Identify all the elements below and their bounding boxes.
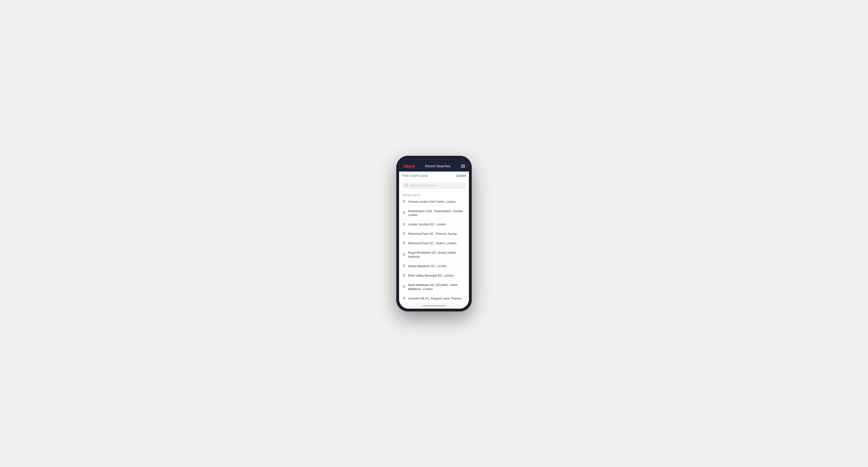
- phone-device: clippd Recent Searches Find a Golf Cours…: [396, 156, 472, 311]
- course-name: Roehampton Club - Roehampton, Greater Lo…: [408, 209, 466, 217]
- location-pin-icon: [402, 274, 406, 278]
- location-pin-icon: [402, 264, 406, 268]
- location-pin-icon: [402, 253, 406, 257]
- home-bar: [422, 305, 446, 306]
- find-label: Find a Golf Course: [402, 174, 428, 178]
- location-pin-icon: [402, 285, 406, 289]
- location-pin-icon: [402, 232, 406, 236]
- location-pin-icon: [402, 200, 406, 204]
- app-header: clippd Recent Searches: [399, 161, 469, 172]
- app-content: Find a Golf Course Cancel Search Golf Co…: [399, 172, 469, 303]
- search-input[interactable]: Search Golf Course: [409, 184, 436, 187]
- svg-line-1: [407, 185, 408, 186]
- menu-icon[interactable]: [461, 165, 465, 167]
- search-box[interactable]: Search Golf Course: [402, 182, 466, 189]
- phone-screen: clippd Recent Searches Find a Golf Cours…: [399, 159, 469, 309]
- location-pin-icon: [402, 211, 406, 215]
- search-icon: [405, 184, 408, 187]
- status-bar: [399, 159, 469, 161]
- location-pin-icon: [402, 297, 406, 301]
- nearby-label: Nearby courses: [399, 192, 469, 197]
- course-name: Brent Valley Municipal GC, London: [408, 274, 454, 278]
- header-title: Recent Searches: [425, 164, 450, 168]
- course-item[interactable]: Royal Wimbledon GC, Great London Authori…: [399, 248, 469, 262]
- course-item[interactable]: London Scottish GC, London: [399, 220, 469, 229]
- course-item[interactable]: Brent Valley Municipal GC, London: [399, 271, 469, 281]
- course-item[interactable]: North Middlesex GC (1011942 - North Midd…: [399, 281, 469, 294]
- course-name: North Middlesex GC (1011942 - North Midd…: [408, 283, 466, 291]
- course-item[interactable]: Richmond Park GC - Duke's, London: [399, 239, 469, 248]
- location-pin-icon: [402, 222, 406, 226]
- location-pin-icon: [402, 241, 406, 245]
- course-item[interactable]: Roehampton Club - Roehampton, Greater Lo…: [399, 207, 469, 220]
- home-indicator: [399, 303, 469, 309]
- find-bar: Find a Golf Course Cancel: [399, 172, 469, 180]
- course-item[interactable]: Coombe Hill GC, Kingston upon Thames: [399, 294, 469, 303]
- course-name: Royal Wimbledon GC, Great London Authori…: [408, 251, 466, 259]
- cancel-button[interactable]: Cancel: [456, 174, 466, 178]
- course-name: Central London Golf Centre, London: [408, 200, 456, 204]
- course-name: Dukes Meadows GC, London: [408, 264, 446, 268]
- app-logo: clippd: [403, 164, 415, 169]
- nearby-section: Nearby courses Central London Golf Centr…: [399, 192, 469, 303]
- search-container: Search Golf Course: [399, 180, 469, 192]
- course-name: Richmond Park GC - Duke's, London: [408, 241, 457, 245]
- course-name: London Scottish GC, London: [408, 222, 446, 226]
- course-name: Richmond Park GC - Prince's, Surrey: [408, 232, 457, 236]
- course-name: Coombe Hill GC, Kingston upon Thames: [408, 297, 461, 301]
- course-item[interactable]: Richmond Park GC - Prince's, Surrey: [399, 229, 469, 239]
- course-item[interactable]: Central London Golf Centre, London: [399, 197, 469, 207]
- courses-list: Central London Golf Centre, London Roeha…: [399, 197, 469, 303]
- course-item[interactable]: Dukes Meadows GC, London: [399, 262, 469, 271]
